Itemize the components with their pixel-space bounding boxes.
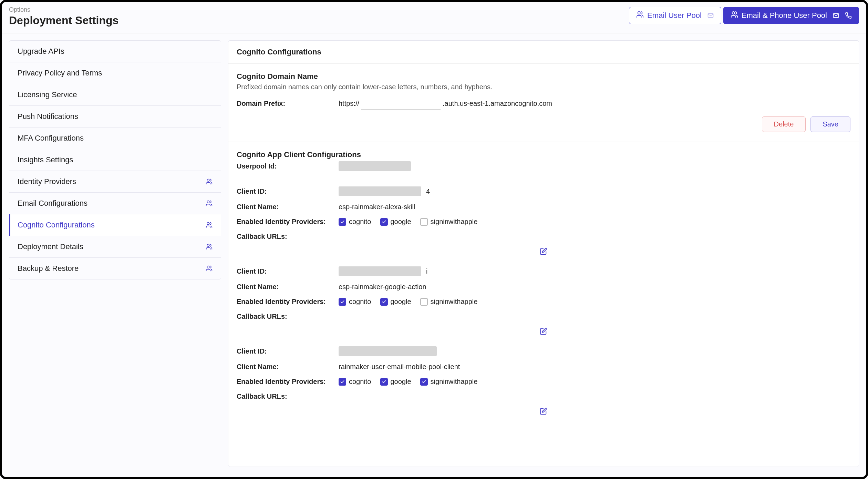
sidebar-item-label: Deployment Details xyxy=(18,242,83,251)
svg-point-0 xyxy=(638,12,640,14)
edit-icon[interactable] xyxy=(540,407,547,416)
checkbox-cognito-label: cognito xyxy=(349,218,371,226)
svg-point-2 xyxy=(732,12,734,14)
userpool-id-label: Userpool Id: xyxy=(237,162,333,170)
edit-icon[interactable] xyxy=(540,247,547,256)
sidebar-item-label: Licensing Service xyxy=(18,90,77,99)
users-icon xyxy=(731,11,738,20)
main-panel: Cognito Configurations Cognito Domain Na… xyxy=(228,40,859,467)
sidebar-item-label: Push Notifications xyxy=(18,112,78,121)
svg-point-7 xyxy=(207,244,209,247)
svg-point-4 xyxy=(207,179,209,182)
sidebar-item-cognito-config[interactable]: Cognito Configurations xyxy=(9,214,221,236)
callback-label: Callback URLs: xyxy=(237,393,333,400)
providers-label: Enabled Identity Providers: xyxy=(237,378,333,386)
checkbox-google-label: google xyxy=(391,218,411,226)
email-phone-user-pool-button[interactable]: Email & Phone User Pool xyxy=(723,7,859,24)
client-id-trailing: i xyxy=(426,267,427,275)
client-name-value: esp-rainmaker-alexa-skill xyxy=(339,203,415,211)
domain-subtext: Prefixed domain names can only contain l… xyxy=(237,83,850,91)
email-user-pool-button[interactable]: Email User Pool xyxy=(629,7,721,24)
sidebar-item-label: Upgrade APIs xyxy=(18,47,64,56)
sidebar-item-deployment-details[interactable]: Deployment Details xyxy=(9,236,221,258)
app-client-heading: Cognito App Client Configurations xyxy=(237,150,850,159)
users-icon xyxy=(206,222,213,228)
checkbox-apple-label: signinwithapple xyxy=(431,378,478,386)
client-id-label: Client ID: xyxy=(237,187,333,195)
sidebar-item-upgrade-apis[interactable]: Upgrade APIs xyxy=(9,41,221,62)
client-name-label: Client Name: xyxy=(237,283,333,291)
domain-https-prefix: https:// xyxy=(339,100,359,108)
client-id-trailing: 4 xyxy=(426,187,430,195)
providers-label: Enabled Identity Providers: xyxy=(237,298,333,306)
domain-suffix: .auth.us-east-1.amazoncognito.com xyxy=(443,100,552,108)
client-name-label: Client Name: xyxy=(237,203,333,211)
checkbox-apple[interactable] xyxy=(420,298,428,306)
main-title: Cognito Configurations xyxy=(228,41,859,64)
sidebar-item-label: Backup & Restore xyxy=(18,264,79,273)
sidebar-item-mfa[interactable]: MFA Configurations xyxy=(9,128,221,149)
sidebar-item-email-config[interactable]: Email Configurations xyxy=(9,193,221,214)
checkbox-apple[interactable] xyxy=(420,218,428,226)
client-id-redacted xyxy=(339,186,421,196)
sidebar-item-privacy[interactable]: Privacy Policy and Terms xyxy=(9,62,221,84)
sidebar-item-label: Email Configurations xyxy=(18,199,87,208)
users-icon xyxy=(636,11,644,20)
edit-icon[interactable] xyxy=(540,327,547,336)
checkbox-google-label: google xyxy=(391,378,411,386)
checkbox-google[interactable] xyxy=(380,378,388,386)
checkbox-cognito-label: cognito xyxy=(349,378,371,386)
email-user-pool-label: Email User Pool xyxy=(647,11,702,20)
phone-icon xyxy=(845,12,852,19)
delete-button[interactable]: Delete xyxy=(762,116,806,132)
checkbox-cognito-label: cognito xyxy=(349,298,371,306)
sidebar-item-label: Identity Providers xyxy=(18,177,76,186)
users-icon xyxy=(206,243,213,250)
sidebar-item-label: MFA Configurations xyxy=(18,134,84,143)
checkbox-cognito[interactable] xyxy=(339,378,346,386)
mail-icon xyxy=(833,12,839,19)
sidebar: Upgrade APIs Privacy Policy and Terms Li… xyxy=(9,40,221,279)
providers-label: Enabled Identity Providers: xyxy=(237,218,333,226)
svg-point-6 xyxy=(207,223,209,225)
client-id-label: Client ID: xyxy=(237,267,333,275)
callback-label: Callback URLs: xyxy=(237,313,333,320)
sidebar-item-label: Insights Settings xyxy=(18,155,73,164)
sidebar-item-licensing[interactable]: Licensing Service xyxy=(9,84,221,106)
client-name-value: rainmaker-user-email-mobile-pool-client xyxy=(339,363,460,371)
checkbox-google-label: google xyxy=(391,298,411,306)
client-name-value: esp-rainmaker-google-action xyxy=(339,283,426,291)
checkbox-google[interactable] xyxy=(380,298,388,306)
sidebar-item-backup-restore[interactable]: Backup & Restore xyxy=(9,258,221,279)
checkbox-cognito[interactable] xyxy=(339,218,346,226)
users-icon xyxy=(206,265,213,272)
checkbox-apple-label: signinwithapple xyxy=(431,218,478,226)
domain-prefix-label: Domain Prefix: xyxy=(237,100,333,108)
checkbox-apple-label: signinwithapple xyxy=(431,298,478,306)
sidebar-item-push[interactable]: Push Notifications xyxy=(9,106,221,128)
callback-label: Callback URLs: xyxy=(237,233,333,241)
users-icon xyxy=(206,200,213,207)
client-id-label: Client ID: xyxy=(237,347,333,355)
svg-point-8 xyxy=(207,266,209,268)
checkbox-cognito[interactable] xyxy=(339,298,346,306)
mail-icon xyxy=(707,12,714,19)
users-icon xyxy=(206,178,213,185)
save-button[interactable]: Save xyxy=(810,116,850,132)
email-phone-user-pool-label: Email & Phone User Pool xyxy=(742,11,827,20)
sidebar-item-identity-providers[interactable]: Identity Providers xyxy=(9,171,221,193)
domain-heading: Cognito Domain Name xyxy=(237,72,850,81)
checkbox-google[interactable] xyxy=(380,218,388,226)
sidebar-item-label: Cognito Configurations xyxy=(18,221,95,230)
client-id-redacted xyxy=(339,266,421,276)
client-id-redacted xyxy=(339,346,437,356)
client-name-label: Client Name: xyxy=(237,363,333,371)
sidebar-item-insights[interactable]: Insights Settings xyxy=(9,149,221,171)
domain-prefix-input[interactable] xyxy=(361,97,441,110)
checkbox-apple[interactable] xyxy=(420,378,428,386)
svg-point-5 xyxy=(207,201,209,203)
sidebar-item-label: Privacy Policy and Terms xyxy=(18,69,102,78)
userpool-id-redacted xyxy=(339,161,411,171)
